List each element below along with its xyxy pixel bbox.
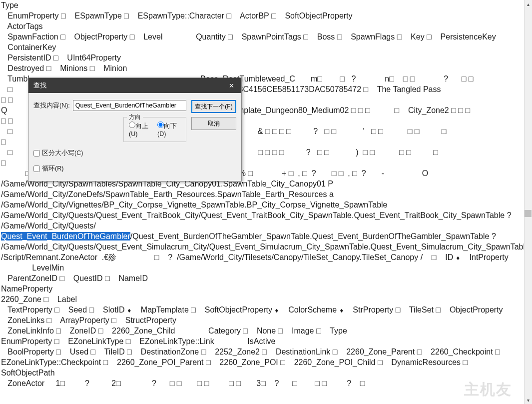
match-case-checkbox[interactable] xyxy=(33,150,40,156)
direction-legend: 方向 xyxy=(127,113,143,122)
text-line: ParentZoneID □ QuestID □ NameID xyxy=(1,273,523,284)
text-line: LevelMin xyxy=(1,262,523,273)
search-match-highlight: Quest_Event_BurdenOfTheGambler xyxy=(1,232,130,240)
close-button[interactable]: ✕ xyxy=(221,78,241,93)
text-line: EnumProperty □ ESpawnType □ ESpawnType::… xyxy=(1,10,523,21)
text-line: NameProperty xyxy=(1,284,523,294)
find-next-button[interactable]: 查找下一个(F) xyxy=(191,100,236,113)
scroll-down-arrow[interactable]: ▾ xyxy=(524,396,532,404)
text-line: /Game/World_City/ZoneDefs/SpawnTable_Ear… xyxy=(1,189,523,200)
text-line: SoftObjectPath xyxy=(1,368,523,378)
dialog-title: 查找 xyxy=(33,82,221,90)
match-case-row[interactable]: 区分大小写(C) xyxy=(33,149,186,158)
wrap-label: 循环(R) xyxy=(42,164,63,173)
dialog-left-column: 查找内容(N): 方向 向上(U) 向下(D) 区分大小写(C) 循环(R) xyxy=(33,100,186,173)
text-line: PersistentID □ UInt64Property xyxy=(1,52,523,63)
text-line: ContainerKey xyxy=(1,42,523,52)
close-icon: ✕ xyxy=(229,82,234,90)
text-line: SpawnFaction □ ObjectProperty □ Level Qu… xyxy=(1,32,523,42)
cancel-button[interactable]: 取消 xyxy=(191,117,236,130)
direction-options: 向上(U) 向下(D) xyxy=(129,122,181,138)
radio-down-label[interactable]: 向下(D) xyxy=(157,122,181,138)
text-line: /Game/World_City/Quests/Quest_Event_Trai… xyxy=(1,210,523,220)
text-line: /Game/World_City/Vignettes/BP_City_Corps… xyxy=(1,200,523,210)
wrap-row[interactable]: 循环(R) xyxy=(33,164,186,173)
radio-up-label[interactable]: 向上(U) xyxy=(129,122,152,138)
dialog-body: 查找内容(N): 方向 向上(U) 向下(D) 区分大小写(C) 循环(R) 查… xyxy=(28,93,241,181)
radio-down[interactable] xyxy=(157,122,164,128)
text-line: ZoneLinkInfo □ ZoneID □ 2260_Zone_Child … xyxy=(1,326,523,336)
radio-up[interactable] xyxy=(129,122,135,128)
find-dialog: 查找 ✕ 查找内容(N): 方向 向上(U) 向下(D) 区分大小写(C) xyxy=(28,78,242,182)
search-input[interactable] xyxy=(73,100,186,111)
wrap-checkbox[interactable] xyxy=(33,166,40,172)
text-line: ActorTags xyxy=(1,21,523,32)
vertical-scrollbar[interactable]: ▴ ▾ xyxy=(524,0,532,404)
text-line: ZoneActor 1□ ? 2□ ? □ □ □ □ □ □ 3□ ? □ □… xyxy=(1,378,523,388)
text-editor-content[interactable]: Type EnumProperty □ ESpawnType □ ESpawnT… xyxy=(0,0,524,404)
text-line: BoolProperty □ Used □ TileID □ Destinati… xyxy=(1,346,523,357)
text-line: /Game/World_City/Quests/Quest_Event_Simu… xyxy=(1,242,523,252)
match-case-label: 区分大小写(C) xyxy=(42,149,83,158)
text-line: 2260_Zone □ Label xyxy=(1,294,523,304)
text-line: /Script/Remnant.ZoneActor .€殄 □ ? /Game/… xyxy=(1,252,523,262)
text-line: ZoneLinks □ ArrayProperty □ StructProper… xyxy=(1,315,523,326)
text-line: TextProperty □ Seed □ SlotID ⬧ MapTempla… xyxy=(1,304,523,315)
scroll-up-arrow[interactable]: ▴ xyxy=(524,0,532,8)
text-line: EZoneLinkType::Checkpoint □ 2260_Zone_PO… xyxy=(1,357,523,368)
dialog-right-column: 查找下一个(F) 取消 xyxy=(191,100,236,173)
text-line: Destroyed □ Minions □ Minion xyxy=(1,63,523,74)
search-row: 查找内容(N): xyxy=(33,100,186,111)
scroll-thumb[interactable] xyxy=(525,210,532,217)
direction-group: 方向 向上(U) 向下(D) xyxy=(123,117,186,142)
text-line: Type xyxy=(1,0,523,10)
dialog-titlebar[interactable]: 查找 ✕ xyxy=(28,78,241,93)
text-line: EnumProperty □ EZoneLinkType □ EZoneLink… xyxy=(1,336,523,346)
search-label: 查找内容(N): xyxy=(33,102,70,110)
text-line-highlight: /Game/World_City/Quests/Quest_Event_Burd… xyxy=(1,220,523,242)
